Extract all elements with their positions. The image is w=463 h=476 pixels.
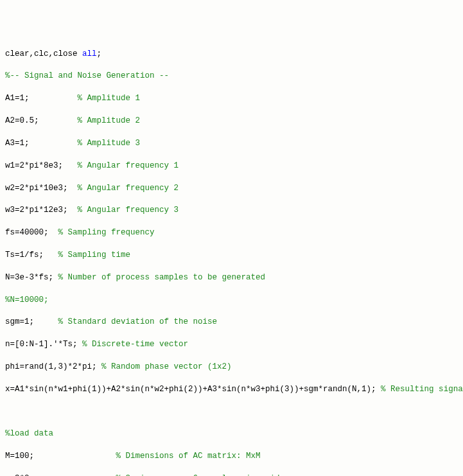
code-line: A1=1; % Amplitude 1 [5,93,458,104]
code-line: %N=10000; [5,295,458,306]
code-line: N=3e-3*fs; % Number of process samples t… [5,272,458,283]
code-line: w1=2*pi*8e3; % Angular frequency 1 [5,161,458,172]
code-line: clear,clc,close all; [5,49,458,60]
code-line: %-- Signal and Noise Generation -- [5,71,458,82]
code-line: M=100; % Dimensions of AC matrix: MxM [5,451,458,462]
code-line: fs=40000; % Sampling frequency [5,227,458,238]
code-line: sgm=1; % Standard deviation of the noise [5,317,458,328]
code-line: w3=2*pi*12e3; % Angular frequency 3 [5,205,458,216]
code-line: phi=rand(1,3)*2*pi; % Random phase vecto… [5,362,458,373]
code-line: A3=1; % Amplitude 3 [5,138,458,149]
code-line: Ts=1/fs; % Sampling time [5,250,458,261]
code-line: %load data [5,428,458,439]
code-line: p=3*2; % 3 sinewaves = 6 complex sinusoi… [5,473,458,476]
code-line: w2=2*pi*10e3; % Angular frequency 2 [5,183,458,194]
code-line: n=[0:N-1].'*Ts; % Discrete-time vector [5,339,458,350]
code-line: A2=0.5; % Amplitude 2 [5,116,458,127]
matlab-editor: { "colors": { "comment": "#228b22", "str… [0,0,463,476]
code-line [5,407,458,418]
code-line: x=A1*sin(n*w1+phi(1))+A2*sin(n*w2+phi(2)… [5,384,458,395]
